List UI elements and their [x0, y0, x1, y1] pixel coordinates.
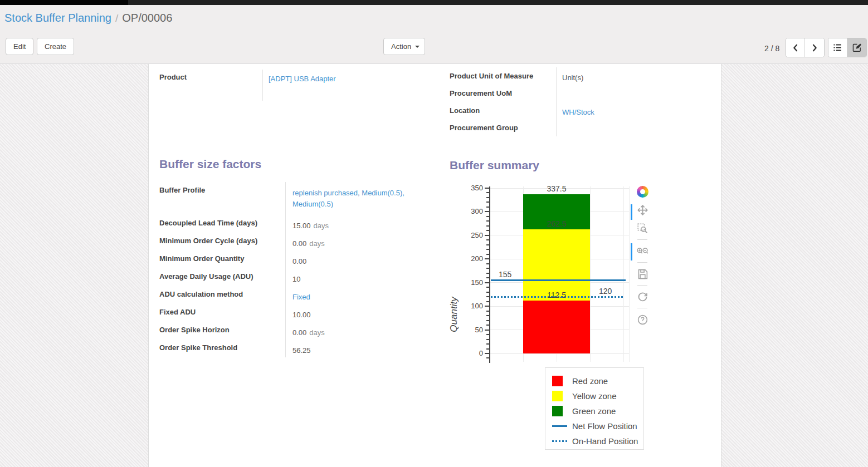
chart-y-axis-title: Quantity: [448, 278, 460, 351]
y-tick-label: 0: [457, 349, 483, 357]
legend-line-swatch: [552, 425, 567, 427]
breadcrumb-parent-link[interactable]: Stock Buffer Planning: [4, 12, 111, 24]
help-icon[interactable]: [635, 312, 650, 327]
chart-annotation: 262.5: [523, 219, 590, 228]
chart-annotation: 155: [499, 270, 511, 279]
product-value: [ADPT] USB Adapter: [262, 70, 441, 101]
legend-dots-swatch: [552, 440, 567, 442]
adu-value: 10: [285, 268, 427, 286]
modebar-indicator: [631, 204, 632, 220]
spike-horizon-value: 0.00days: [285, 322, 427, 340]
breadcrumb-separator: /: [111, 12, 122, 24]
fixed-adu-label: Fixed ADU: [159, 304, 285, 322]
buffer-summary-title: Buffer summary: [450, 159, 539, 172]
chevron-left-icon: [791, 43, 800, 52]
y-tick-label: 100: [457, 302, 483, 310]
zoom-box-icon[interactable]: [635, 221, 650, 235]
plotly-logo-icon[interactable]: [635, 184, 650, 199]
min-order-cycle-label: Minimum Order Cycle (days): [159, 233, 285, 250]
chart-annotation: 120: [599, 287, 612, 296]
control-panel: Stock Buffer Planning/OP/00006 Edit Crea…: [0, 5, 868, 63]
location-value: WH/Stock: [556, 102, 717, 119]
min-order-cycle-value: 0.00days: [285, 233, 427, 250]
product-label: Product: [159, 70, 262, 101]
pager-buttons: [786, 38, 825, 57]
yellow-zone-bar: [523, 229, 590, 300]
list-view-icon: [833, 43, 842, 52]
reset-axes-icon[interactable]: [635, 289, 650, 304]
form-view-background: Product [ADPT] USB Adapter Product Unit …: [0, 64, 868, 467]
legend-label: Green zone: [567, 406, 616, 416]
list-view-button[interactable]: [828, 38, 847, 57]
y-tick-label: 350: [457, 184, 483, 192]
procurement-group-value: [556, 119, 717, 136]
legend-label: On-Hand Position: [567, 436, 638, 446]
dlt-label: Decoupled Lead Time (days): [159, 215, 285, 233]
gridline-v: [590, 186, 591, 362]
y-tick-label: 200: [457, 254, 483, 263]
product-link[interactable]: [ADPT] USB Adapter: [269, 75, 336, 83]
legend-color-swatch: [552, 391, 567, 401]
min-order-qty-value: 0.00: [285, 250, 427, 268]
navbar-app-segment: [0, 0, 128, 5]
buffer-profile-value: replenish purchased, Medium(0.5), Medium…: [285, 182, 427, 215]
location-link[interactable]: WH/Stock: [562, 108, 594, 116]
spike-horizon-label: Order Spike Horizon: [159, 322, 285, 340]
legend-item-red-zone[interactable]: Red zone: [552, 373, 643, 389]
gridline-v: [629, 186, 630, 362]
chart-annotation: 112.5: [523, 291, 590, 299]
gridline-v: [623, 186, 624, 362]
zoom-in-out-icon[interactable]: [635, 244, 650, 258]
product-uom-label: Product Unit of Measure: [450, 67, 556, 85]
group-product: Product [ADPT] USB Adapter: [159, 70, 441, 101]
buffer-factors-table: Buffer Profile replenish purchased, Medi…: [159, 182, 435, 357]
y-tick-label: 250: [457, 231, 483, 239]
spike-threshold-label: Order Spike Threshold: [159, 340, 285, 357]
buffer-profile-link[interactable]: replenish purchased, Medium(0.5), Medium…: [292, 189, 404, 208]
breadcrumb-current: OP/00006: [122, 12, 172, 24]
breadcrumb: Stock Buffer Planning/OP/00006: [4, 12, 172, 24]
fixed-adu-value: 10.00: [285, 304, 427, 322]
legend-label: Red zone: [567, 376, 608, 386]
location-label: Location: [450, 102, 556, 119]
buffer-summary-chart: 050100150200250300350337.5262.5112.51551…: [450, 181, 722, 459]
legend-item-on-hand-position[interactable]: On-Hand Position: [552, 434, 643, 449]
save-image-icon[interactable]: [635, 267, 650, 281]
legend-item-yellow-zone[interactable]: Yellow zone: [552, 389, 643, 404]
adu-method-link[interactable]: Fixed: [292, 293, 310, 301]
product-uom-value: Unit(s): [556, 67, 717, 85]
create-button[interactable]: Create: [37, 38, 74, 55]
legend-item-net-flow-position[interactable]: Net Flow Position: [552, 419, 643, 434]
chart-legend: Red zoneYellow zoneGreen zoneNet Flow Po…: [545, 367, 644, 450]
pager-counter: 2 / 8: [764, 44, 779, 53]
net-flow-position-line: [491, 279, 626, 281]
chevron-down-icon: [415, 46, 420, 48]
y-axis-line: [489, 186, 490, 363]
legend-color-swatch: [552, 406, 567, 416]
adu-method-value: Fixed: [285, 286, 427, 304]
modebar-separator: [637, 262, 647, 263]
procurement-uom-label: Procurement UoM: [450, 85, 556, 102]
modebar-separator: [637, 308, 647, 308]
buffer-size-factors-title: Buffer size factors: [159, 158, 261, 171]
spike-threshold-value: 56.25: [285, 340, 427, 357]
pager-next-button[interactable]: [805, 38, 824, 57]
view-switcher: [828, 38, 867, 57]
buffer-profile-label: Buffer Profile: [159, 182, 285, 215]
chart-annotation: 337.5: [523, 184, 590, 193]
legend-label: Yellow zone: [567, 391, 617, 401]
modebar-indicator: [631, 243, 632, 260]
red-zone-bar: [523, 301, 590, 353]
pan-icon[interactable]: [635, 203, 650, 217]
y-tick-label: 300: [457, 207, 483, 215]
pager-previous-button[interactable]: [786, 38, 805, 57]
form-view-button[interactable]: [847, 38, 866, 57]
legend-item-green-zone[interactable]: Green zone: [552, 404, 643, 419]
adu-label: Average Daily Usage (ADU): [159, 268, 285, 286]
edit-button[interactable]: Edit: [6, 38, 33, 55]
top-navbar: [0, 0, 868, 5]
form-sheet: Product [ADPT] USB Adapter Product Unit …: [148, 64, 721, 467]
action-dropdown-button[interactable]: Action: [383, 38, 425, 55]
legend-color-swatch: [552, 376, 567, 386]
legend-label: Net Flow Position: [567, 421, 637, 431]
